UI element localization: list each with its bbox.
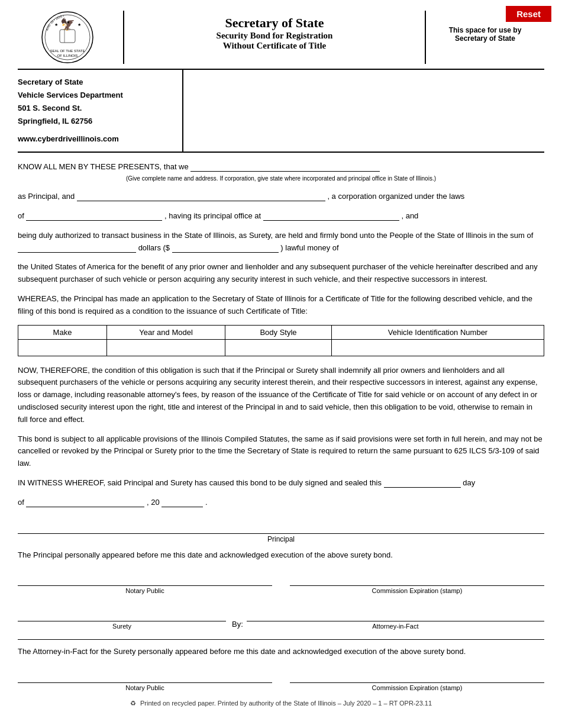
sum-words-input[interactable] [18,243,136,253]
know-all-paragraph: KNOW ALL MEN BY THESE PRESENTS, that we … [18,161,544,183]
address-line4: Springfield, IL 62756 [18,115,176,128]
personally-appeared-text: The Principal personally appeared before… [18,549,544,562]
being-duly-paragraph: being duly authorized to transact busine… [18,230,544,255]
col-vin: Vehicle Identification Number [332,325,544,339]
main-title: Secretary of State [136,15,413,31]
bond-subject-paragraph: This bond is subject to all applicable p… [18,433,544,470]
attorney-label: Attorney-in-Fact [247,623,544,630]
year-input[interactable] [162,498,203,507]
principal-sig-line [18,520,544,534]
commission-sig-line-2 [290,669,544,683]
principal-name-input[interactable] [190,162,380,172]
svg-text:★: ★ [66,20,70,24]
in-witness-text: IN WITNESS WHEREOF, said Principal and S… [18,478,382,487]
address-section: Secretary of State Vehicle Services Depa… [18,70,544,153]
and-text: , and [401,211,418,220]
col-body-style: Body Style [225,325,332,339]
header-title-section: Secretary of State Security Bond for Reg… [124,11,426,64]
in-witness-paragraph: IN WITNESS WHEREOF, said Principal and S… [18,477,544,489]
attorney-appeared-paragraph: The Attorney-in-Fact for the Surety pers… [18,646,544,658]
day-text: day [463,478,475,487]
of-witness-text: of [18,498,24,507]
principal-sig-section: Principal [18,520,544,543]
svg-rect-3 [60,30,75,43]
address-line2: Vehicle Services Department [18,89,176,102]
footer-note: ♻ Printed on recycled paper. Printed by … [18,700,544,707]
svg-text:SEAL OF THE STATE: SEAL OF THE STATE [50,49,85,53]
day-input[interactable] [384,478,461,488]
page: Reset 🦅 ★ ★ ★ SEAL OF THE STATE OF ILLIN… [0,0,562,728]
whereas-paragraph: WHEREAS, the Principal has made an appli… [18,293,544,318]
surety-label: Surety [18,623,226,630]
commission-sig-line [290,572,544,586]
principal-label: Principal [18,535,544,543]
paragraph2: the United States of America for the ben… [18,261,544,286]
principal-office-text: , having its principal office at [164,211,261,220]
as-principal-text: as Principal, and [18,192,75,201]
address-line1: Secretary of State [18,76,176,89]
col-make: Make [18,325,107,339]
surety-section: Surety By: Attorney-in-Fact [18,607,544,630]
svg-text:★: ★ [77,22,81,27]
col-year-model: Year and Model [107,325,225,339]
address-line3: 501 S. Second St. [18,102,176,115]
table-row [18,339,544,356]
commission-label: Commission Expiration (stamp) [290,587,544,594]
svg-text:★: ★ [54,22,58,27]
header: 🦅 ★ ★ ★ SEAL OF THE STATE OF ILLINOIS AU… [18,11,544,70]
vin-input[interactable] [335,343,540,352]
sum-numbers-input[interactable] [172,243,279,253]
address-block: Secretary of State Vehicle Services Depa… [18,70,183,152]
of-paragraph: of , having its principal office at , an… [18,210,544,223]
now-therefore-paragraph: NOW, THEREFORE, the condition of this ob… [18,365,544,426]
footer-text: Printed on recycled paper. Printed by au… [140,700,432,707]
know-all-text: KNOW ALL MEN BY THESE PRESENTS, that we [18,162,189,171]
divider-1 [18,639,544,640]
commission-section-2: Commission Expiration (stamp) [290,669,544,691]
vehicle-table: Make Year and Model Body Style Vehicle I… [18,325,544,356]
notary-label-2: Notary Public [18,684,272,691]
svg-text:OF ILLINOIS: OF ILLINOIS [57,54,78,57]
know-all-note: (Give complete name and address. If corp… [18,174,544,183]
by-label: By: [232,620,243,630]
surety-left-block: Surety [18,607,226,630]
notary-row-2: Notary Public Commission Expiration (sta… [18,669,544,691]
of-text: of [18,211,24,220]
being-duly-text: being duly authorized to transact busine… [18,231,533,240]
address-right-space [183,70,544,152]
commission-label-2: Commission Expiration (stamp) [290,684,544,691]
principal-input[interactable] [77,192,325,201]
svg-text:🦅: 🦅 [60,17,75,31]
reset-button[interactable]: Reset [506,6,551,22]
year-model-input[interactable] [111,343,221,352]
bond-subject-text: This bond is subject to all applicable p… [18,434,542,468]
address-website: www.cyberdriveillinois.com [18,133,176,146]
surety-sig-line [18,607,226,621]
surety-right-block: By: Attorney-in-Fact [232,607,544,630]
body-style-input[interactable] [229,343,328,352]
space-label: This space for use by [432,26,538,34]
notary-row-1: Notary Public Commission Expiration (sta… [18,572,544,594]
make-input[interactable] [22,343,103,352]
attorney-sig-line [247,607,544,621]
office-location-input[interactable] [263,211,399,221]
attorney-sig-block: Attorney-in-Fact [247,607,544,630]
header-logo-section: 🦅 ★ ★ ★ SEAL OF THE STATE OF ILLINOIS AU… [18,11,124,64]
whereas-text: WHEREAS, the Principal has made an appli… [18,294,532,315]
notary-label: Notary Public [18,587,272,594]
month-input[interactable] [26,498,144,507]
attorney-appeared-text: The Attorney-in-Fact for the Surety pers… [18,647,466,656]
state-input[interactable] [26,211,162,221]
subtitle-line2: Without Certificate of Title [136,41,413,51]
commission-section: Commission Expiration (stamp) [290,572,544,594]
space-label2: Secretary of State [432,34,538,43]
as-principal-paragraph: as Principal, and , a corporation organi… [18,191,544,203]
20-text: , 20 [147,498,160,507]
notary-sig-row-2: Notary Public Commission Expiration (sta… [18,669,544,691]
state-seal-icon: 🦅 ★ ★ ★ SEAL OF THE STATE OF ILLINOIS AU… [41,11,94,64]
subtitle-line1: Security Bond for Registration [136,31,413,41]
paragraph2-text: the United States of America for the ben… [18,262,538,284]
of-date-paragraph: of , 20 . [18,497,544,509]
recycle-icon: ♻ [130,700,136,707]
now-therefore-text: NOW, THEREFORE, the condition of this ob… [18,366,538,424]
